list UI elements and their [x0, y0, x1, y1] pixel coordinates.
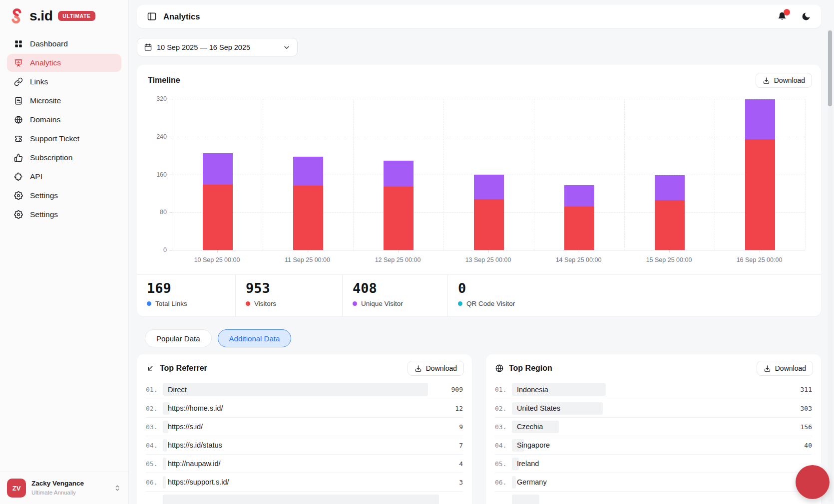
x-axis-tick [308, 250, 308, 252]
row-label: Germany [512, 478, 547, 486]
row-label: Direct [163, 386, 187, 394]
scrollbar[interactable] [828, 29, 833, 502]
dark-mode-toggle[interactable] [801, 11, 811, 21]
bar-unique-visitor [655, 175, 685, 200]
sidebar-item-label: Subscription [30, 153, 72, 162]
row-rank: 03. [495, 423, 512, 431]
brand-logo[interactable]: s.id ULTIMATE [0, 0, 128, 30]
legend-dot-icon [353, 301, 357, 306]
y-axis-label: 80 [149, 209, 167, 216]
user-name: Zacky Vengance [31, 480, 108, 488]
plan-badge: ULTIMATE [58, 11, 95, 21]
top-region-title: Top Region [509, 364, 552, 373]
row-rank: 06. [495, 479, 512, 486]
row-label: https://s.id/ [163, 423, 203, 431]
sidebar-nav: DashboardAnalyticsLinksMicrositeDomainsS… [0, 35, 128, 224]
sidebar-item-label: Microsite [30, 96, 61, 105]
sidebar-item-support-ticket[interactable]: Support Ticket [7, 130, 121, 148]
referrer-download-button[interactable]: Download [408, 361, 464, 376]
x-axis-label: 14 Sep 25 00:00 [556, 256, 602, 263]
legend-dot-icon [147, 301, 151, 306]
sidebar-item-subscription[interactable]: Subscription [7, 149, 121, 167]
referrer-row [146, 491, 463, 504]
download-icon [415, 365, 422, 372]
presentation-chart-icon [14, 58, 23, 67]
notifications-button[interactable] [777, 11, 787, 21]
sidebar: s.id ULTIMATE DashboardAnalyticsLinksMic… [0, 0, 129, 504]
region-download-button[interactable]: Download [757, 361, 813, 376]
stat-value: 169 [147, 281, 235, 295]
row-value: 9 [439, 423, 463, 431]
referrer-row: 05.http://naupaw.id/4 [146, 454, 463, 473]
scrollbar-thumb[interactable] [828, 30, 832, 106]
referrer-row: 02.https://home.s.id/12 [146, 399, 463, 417]
ticket-icon [14, 134, 23, 143]
row-value: 3 [439, 479, 463, 486]
sidebar-item-microsite[interactable]: Microsite [7, 92, 121, 110]
sidebar-item-label: Dashboard [30, 39, 68, 48]
floating-action-button[interactable] [796, 465, 830, 499]
timeline-download-button[interactable]: Download [756, 73, 812, 88]
stat-qr-code-visitor: 0QR Code Visitor [448, 275, 821, 316]
bar-visitors [293, 186, 323, 250]
row-value: 40 [788, 442, 812, 449]
region-list: 01.Indonesia31102.United States30303.Cze… [486, 380, 821, 504]
row-label: Ireland [512, 460, 539, 468]
user-menu[interactable]: ZV Zacky Vengance Ultimate Annually [0, 472, 128, 504]
thumbs-up-icon [14, 153, 23, 162]
sidebar-item-analytics[interactable]: Analytics [7, 54, 121, 72]
y-axis-tick [169, 250, 172, 251]
sidebar-item-domains[interactable]: Domains [7, 111, 121, 129]
top-referrer-card: Top Referrer Download 01.Direct90902.htt… [137, 354, 472, 504]
top-bar: Analytics [137, 5, 821, 28]
sidebar-toggle-icon[interactable] [147, 11, 157, 21]
row-rank: 05. [495, 460, 512, 468]
stat-unique-visitor: 408Unique Visitor [343, 275, 448, 316]
x-axis-label: 13 Sep 25 00:00 [465, 256, 511, 263]
bar-visitors [745, 139, 775, 250]
x-axis-tick [760, 250, 760, 252]
region-row: 04.Singapore40 [495, 436, 812, 454]
timeline-chart: 08016024032010 Sep 25 00:0011 Sep 25 00:… [149, 91, 810, 274]
page-title: Analytics [163, 12, 200, 21]
row-label: http://naupaw.id/ [163, 460, 221, 468]
region-row: 05.Ireland [495, 454, 812, 473]
row-value: 311 [788, 386, 812, 393]
row-label: United States [512, 404, 560, 412]
region-row [495, 491, 812, 504]
stat-label: Total Links [155, 300, 187, 307]
bar-visitors [564, 207, 594, 250]
avatar: ZV [7, 479, 26, 498]
tab-additional-data[interactable]: Additional Data [218, 329, 292, 347]
tab-popular-data[interactable]: Popular Data [145, 329, 212, 347]
x-axis-label: 15 Sep 25 00:00 [646, 256, 692, 263]
user-plan: Ultimate Annually [31, 489, 108, 496]
date-range-picker[interactable]: 10 Sep 2025 — 16 Sep 2025 [137, 38, 298, 56]
sidebar-item-dashboard[interactable]: Dashboard [7, 35, 121, 53]
x-axis-label: 12 Sep 25 00:00 [375, 256, 421, 263]
y-axis-tick [169, 99, 172, 99]
bar-unique-visitor [293, 157, 323, 186]
gear-icon [14, 210, 23, 219]
y-axis-label: 160 [149, 171, 167, 178]
row-rank: 04. [146, 442, 163, 449]
sidebar-item-settings[interactable]: Settings [7, 187, 121, 205]
row-value: 12 [439, 405, 463, 412]
row-label: Czechia [512, 423, 543, 431]
sidebar-item-settings[interactable]: Settings [7, 206, 121, 224]
row-rank: 01. [146, 386, 163, 393]
referrer-row: 01.Direct909 [146, 380, 463, 399]
timeline-card: Timeline Download 08016024032010 Sep 25 … [137, 65, 821, 316]
row-label: Singapore [512, 441, 550, 449]
sidebar-item-links[interactable]: Links [7, 73, 121, 91]
puzzle-icon [14, 172, 23, 181]
gridline [443, 99, 444, 250]
stat-total-links: 169Total Links [137, 275, 236, 316]
region-row: 06.Germany [495, 473, 812, 491]
x-axis-tick [669, 250, 670, 252]
sidebar-item-api[interactable]: API [7, 168, 121, 186]
legend-dot-icon [246, 301, 250, 306]
row-rank: 06. [146, 479, 163, 486]
row-value: 156 [788, 423, 812, 431]
link-icon [14, 77, 23, 86]
